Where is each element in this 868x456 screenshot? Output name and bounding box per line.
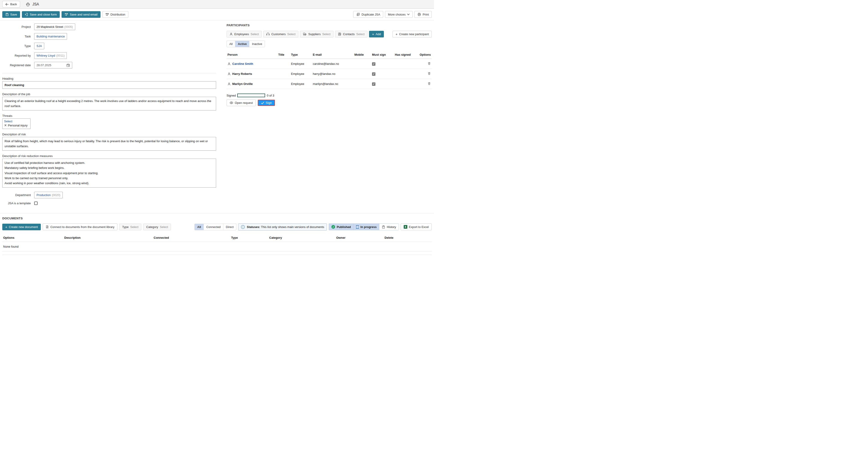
delete-participant-icon[interactable] [428, 62, 431, 66]
duplicate-jsa-button[interactable]: Duplicate JSA [353, 11, 383, 18]
documents-filter-tabs: All Connected Direct [194, 224, 236, 230]
sign-button-label: Sign [266, 101, 272, 105]
participants-table: Person Title Type E-mail Mobile Must sig… [226, 51, 432, 89]
print-button-label: Print [423, 13, 429, 16]
history-label: History [387, 225, 396, 229]
plus-icon: + [396, 32, 398, 36]
suppliers-label: Suppliers [308, 32, 320, 36]
sign-button[interactable]: Sign [258, 100, 275, 106]
document-status-segments: ✓ Published In progress History [329, 223, 399, 230]
participant-type: Employee [290, 79, 312, 89]
print-button[interactable]: Print [414, 11, 432, 18]
tab-doc-all[interactable]: All [195, 224, 204, 230]
risk-description-textarea[interactable]: Risk of falling from height, which may l… [2, 137, 216, 151]
action-toolbar: Save Save and close form Save and send e… [0, 9, 434, 20]
delete-participant-icon[interactable] [428, 73, 431, 76]
in-progress-doc-icon [356, 225, 359, 229]
participant-has-signed [394, 59, 419, 69]
participant-has-signed [394, 79, 419, 89]
calendar-icon[interactable] [66, 63, 70, 67]
department-code: (0020) [52, 193, 60, 197]
printer-icon [417, 12, 421, 16]
participant-type: Employee [290, 69, 312, 79]
add-button-label: Add [376, 32, 381, 36]
document-category-select-label: Select [160, 225, 168, 229]
job-description-textarea[interactable]: Cleaning of an exterior building roof at… [2, 97, 216, 111]
participant-name[interactable]: Marilyn Orville [232, 82, 253, 86]
project-code: (0005) [64, 25, 73, 29]
save-button[interactable]: Save [2, 11, 20, 18]
documents-section: DOCUMENTS + Create new document Connect … [0, 213, 434, 255]
save-and-close-button[interactable]: Save and close form [22, 11, 60, 18]
duplicate-icon [356, 12, 360, 16]
task-field[interactable]: Building maintenance [34, 33, 67, 40]
heading-input[interactable]: Roof cleaning [2, 81, 216, 89]
threats-selector[interactable]: Select ✕ Personal injury [2, 118, 31, 129]
threats-select-link[interactable]: Select [4, 120, 28, 123]
save-and-send-email-button[interactable]: Save and send email [62, 11, 100, 18]
tab-inactive[interactable]: Inactive [249, 41, 265, 47]
document-type-select-label: Select [130, 225, 138, 229]
project-field[interactable]: 29 Maplewick Street (0005) [34, 24, 75, 30]
reported-by-code: (0011) [56, 54, 65, 57]
col-type: Type [290, 51, 312, 59]
must-sign-checkbox[interactable]: ✓ [372, 73, 375, 76]
document-type-select-button[interactable]: Type Select [119, 224, 141, 230]
create-new-document-button[interactable]: + Create new document [2, 224, 41, 230]
reported-by-value[interactable]: Whitney Lloyd [36, 54, 55, 57]
export-to-excel-button[interactable]: X Export to Excel [401, 223, 432, 230]
template-field-row: JSA is a template [2, 202, 219, 205]
save-and-send-email-button-label: Save and send email [70, 13, 97, 16]
participant-title [277, 59, 290, 69]
measures-textarea[interactable]: Use of certified fall protection harness… [2, 159, 216, 188]
history-archive-icon [382, 225, 385, 229]
published-filter-button[interactable]: ✓ Published [329, 224, 353, 230]
participant-name-link[interactable]: Caroline Smith [232, 62, 253, 65]
customers-select-button[interactable]: Customers Select [263, 31, 299, 37]
contacts-select-button[interactable]: Contacts Select [335, 31, 367, 37]
back-button[interactable]: Back [2, 1, 20, 7]
documents-table-header: Options Description Connected Type Categ… [2, 234, 432, 242]
more-choices-button[interactable]: More choices [385, 11, 412, 18]
col-options: Options [419, 51, 432, 59]
remove-threat-icon[interactable]: ✕ [4, 123, 7, 127]
tab-active[interactable]: Active [235, 41, 249, 47]
tab-all[interactable]: All [227, 41, 235, 47]
task-value[interactable]: Building maintenance [36, 35, 65, 38]
distribution-button[interactable]: Distribution [102, 11, 128, 18]
must-sign-checkbox[interactable]: ✓ [372, 62, 375, 66]
registered-date-field[interactable]: 28.07.2025 [34, 62, 72, 68]
document-category-select-button[interactable]: Category Select [143, 224, 171, 230]
employees-select-button[interactable]: Employees Select [226, 31, 262, 37]
participant-mobile [353, 59, 371, 69]
history-button[interactable]: History [379, 224, 398, 230]
type-field[interactable]: SJA [34, 43, 44, 49]
toolbar-right-group: Duplicate JSA More choices Print [353, 11, 432, 18]
registered-date-field-row: Registered date 28.07.2025 [2, 62, 219, 68]
delete-participant-icon[interactable] [428, 83, 431, 86]
distribution-button-label: Distribution [111, 13, 125, 16]
tab-doc-direct[interactable]: Direct [223, 224, 236, 230]
template-checkbox[interactable] [34, 202, 38, 205]
connect-documents-button[interactable]: Connect to documents from the document l… [43, 223, 117, 230]
app-title: JSA [26, 2, 39, 7]
department-value[interactable]: Production [36, 193, 51, 197]
open-request-button[interactable]: Open request [226, 99, 256, 106]
reported-by-field[interactable]: Whitney Lloyd (0011) [34, 52, 67, 59]
person-icon [227, 82, 231, 86]
documents-spacer-row [2, 251, 432, 255]
participant-name[interactable]: Harry Roberts [232, 72, 252, 76]
threat-chip-label: Personal injury [8, 124, 28, 127]
signed-count: 0 of 3 [267, 94, 274, 97]
add-participant-button[interactable]: + Add [369, 31, 384, 37]
tab-doc-connected[interactable]: Connected [204, 224, 223, 230]
type-value[interactable]: SJA [36, 44, 42, 48]
department-field[interactable]: Production (0020) [34, 192, 63, 198]
col-must-sign: Must sign [371, 51, 394, 59]
in-progress-filter-button[interactable]: In progress [353, 224, 379, 230]
suppliers-select-button[interactable]: Suppliers Select [300, 31, 333, 37]
create-new-participant-button[interactable]: + Create new participant [393, 31, 432, 37]
chevron-down-icon [407, 13, 410, 15]
must-sign-checkbox[interactable]: ✓ [372, 82, 375, 86]
col-doc-options: Options [2, 234, 63, 242]
